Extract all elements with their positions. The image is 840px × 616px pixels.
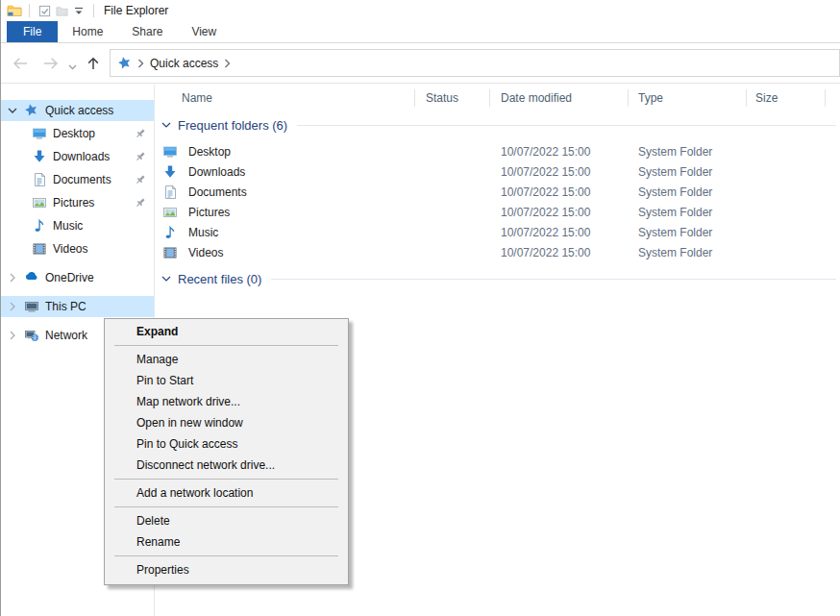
column-separator[interactable] — [414, 89, 415, 107]
pin-icon — [135, 174, 146, 185]
column-header-status[interactable]: Status — [426, 91, 458, 105]
music-icon — [32, 218, 47, 234]
pictures-icon — [32, 195, 47, 210]
documents-icon — [32, 172, 47, 187]
menu-item-open-in-new-window[interactable]: Open in new window — [105, 412, 348, 433]
file-row-downloads[interactable]: Downloads 10/07/2022 15:00 System Folder — [156, 162, 840, 183]
downloads-icon — [162, 164, 178, 180]
sidebar-item-videos[interactable]: Videos — [1, 238, 154, 259]
breadcrumb-chevron-icon[interactable] — [224, 59, 231, 68]
sidebar-item-quick-access[interactable]: Quick access — [1, 100, 154, 121]
sidebar-item-documents[interactable]: Documents — [1, 169, 154, 190]
file-type: System Folder — [638, 165, 712, 179]
menu-item-add-a-network-location[interactable]: Add a network location — [105, 482, 348, 504]
properties-icon[interactable] — [36, 2, 53, 19]
address-bar[interactable]: Quick access — [110, 49, 840, 77]
back-icon[interactable] — [11, 55, 30, 72]
file-row-desktop[interactable]: Desktop 10/07/2022 15:00 System Folder — [156, 142, 840, 162]
titlebar-separator — [29, 4, 30, 17]
file-name: Downloads — [188, 165, 245, 179]
pictures-icon — [162, 205, 178, 220]
file-date-modified: 10/07/2022 15:00 — [501, 226, 590, 239]
menu-separator — [114, 479, 338, 480]
recent-locations-chevron-icon[interactable] — [66, 59, 78, 76]
title-bar: File Explorer — [1, 0, 840, 21]
videos-icon — [32, 241, 47, 257]
downloads-icon — [32, 149, 47, 164]
column-header-type[interactable]: Type — [638, 91, 663, 105]
file-row-documents[interactable]: Documents 10/07/2022 15:00 System Folder — [156, 183, 840, 203]
sidebar-item-onedrive[interactable]: OneDrive — [1, 267, 154, 288]
column-header-size[interactable]: Size — [755, 91, 778, 105]
group-header-recent-files[interactable]: Recent files (0) — [161, 269, 836, 288]
sidebar-item-pictures[interactable]: Pictures — [1, 192, 154, 213]
sidebar-item-label: Desktop — [53, 127, 95, 140]
tab-view[interactable]: View — [177, 21, 231, 42]
menu-item-expand[interactable]: Expand — [105, 321, 348, 342]
frequent-folders-rows: Desktop 10/07/2022 15:00 System Folder D… — [156, 142, 840, 263]
chevron-down-icon[interactable] — [161, 274, 171, 283]
column-separator[interactable] — [746, 89, 747, 107]
chevron-down-icon[interactable] — [161, 120, 171, 130]
menu-item-manage[interactable]: Manage — [105, 349, 348, 370]
breadcrumb-chevron-icon[interactable] — [137, 59, 144, 68]
file-name: Pictures — [188, 206, 230, 219]
group-header-line — [297, 125, 836, 126]
menu-item-map-network-drive[interactable]: Map network drive... — [105, 391, 348, 412]
tab-share[interactable]: Share — [117, 21, 177, 42]
menu-separator — [114, 345, 338, 346]
file-explorer-window: File Explorer File Home Share View Quic — [0, 0, 840, 616]
sidebar-item-label: Pictures — [53, 196, 94, 209]
chevron-right-icon[interactable] — [8, 302, 17, 311]
file-type: System Folder — [638, 226, 712, 239]
column-header-date-modified[interactable]: Date modified — [501, 91, 572, 105]
file-type: System Folder — [638, 185, 712, 199]
sidebar-item-label: Music — [53, 219, 83, 233]
group-header-frequent-folders[interactable]: Frequent folders (6) — [161, 115, 836, 135]
column-separator[interactable] — [825, 89, 826, 107]
column-header-name[interactable]: Name — [182, 91, 212, 105]
new-folder-icon[interactable] — [53, 2, 70, 19]
chevron-right-icon[interactable] — [8, 273, 17, 283]
up-icon[interactable] — [84, 55, 103, 72]
file-row-videos[interactable]: Videos 10/07/2022 15:00 System Folder — [156, 243, 840, 263]
sidebar-item-this-pc[interactable]: This PC — [1, 296, 154, 317]
ribbon-tab-bar: File Home Share View — [1, 21, 840, 43]
breadcrumb-segment[interactable]: Quick access — [150, 57, 218, 70]
menu-item-rename[interactable]: Rename — [105, 531, 348, 553]
menu-item-pin-to-start[interactable]: Pin to Start — [105, 370, 348, 391]
menu-item-pin-to-quick-access[interactable]: Pin to Quick access — [105, 433, 348, 455]
titlebar-separator — [93, 4, 94, 17]
chevron-down-icon[interactable] — [8, 106, 17, 115]
column-separator[interactable] — [628, 89, 629, 107]
desktop-icon — [32, 126, 47, 141]
customize-toolbar-chevron-icon[interactable] — [70, 2, 87, 19]
file-name: Documents — [188, 185, 247, 199]
navigation-bar: Quick access — [1, 43, 840, 84]
file-date-modified: 10/07/2022 15:00 — [501, 206, 590, 219]
group-header-label: Frequent folders (6) — [178, 118, 287, 133]
sidebar-item-label: OneDrive — [45, 271, 94, 284]
sidebar-item-music[interactable]: Music — [1, 215, 154, 236]
pin-icon — [135, 128, 146, 139]
group-header-line — [271, 279, 836, 280]
sidebar-item-desktop[interactable]: Desktop — [1, 123, 154, 144]
tab-file[interactable]: File — [7, 21, 58, 42]
music-icon — [162, 225, 178, 240]
sidebar-item-downloads[interactable]: Downloads — [1, 146, 154, 167]
file-row-pictures[interactable]: Pictures 10/07/2022 15:00 System Folder — [156, 203, 840, 223]
forward-icon[interactable] — [41, 55, 61, 72]
desktop-icon — [162, 144, 178, 160]
sidebar-item-label: Documents — [53, 173, 111, 186]
menu-item-properties[interactable]: Properties — [105, 559, 348, 580]
chevron-right-icon[interactable] — [8, 331, 17, 340]
sidebar-item-label: Network — [45, 329, 87, 342]
file-type: System Folder — [638, 206, 712, 219]
file-row-music[interactable]: Music 10/07/2022 15:00 System Folder — [156, 223, 840, 243]
file-type: System Folder — [638, 145, 712, 159]
menu-item-disconnect-network-drive[interactable]: Disconnect network drive... — [105, 455, 348, 476]
column-separator[interactable] — [489, 89, 490, 107]
file-explorer-logo-icon — [6, 2, 23, 19]
tab-home[interactable]: Home — [58, 21, 117, 42]
menu-item-delete[interactable]: Delete — [105, 510, 348, 531]
